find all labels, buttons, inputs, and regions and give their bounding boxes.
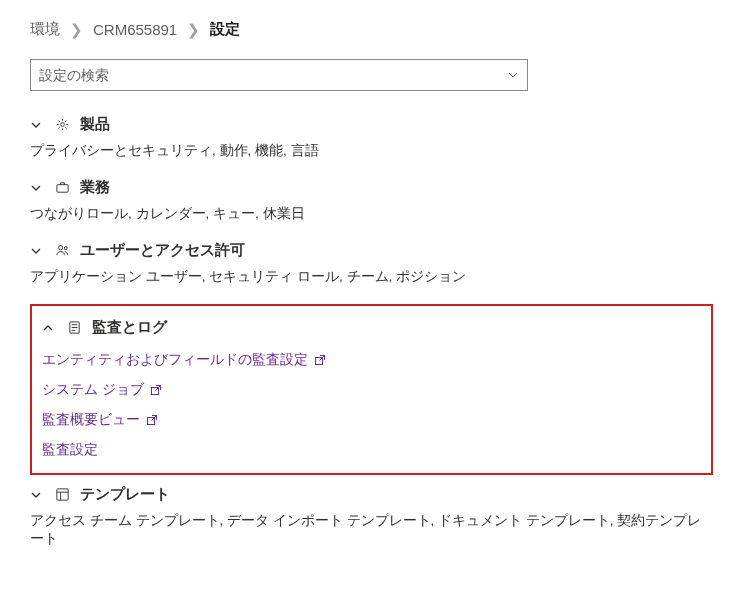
chevron-down-icon — [30, 182, 44, 194]
section-title: テンプレート — [80, 485, 170, 504]
breadcrumb-crm[interactable]: CRM655891 — [93, 21, 177, 38]
link-label[interactable]: システム ジョブ — [42, 381, 144, 399]
chevron-down-icon — [30, 245, 44, 257]
section-title: 業務 — [80, 178, 110, 197]
svg-point-0 — [60, 123, 64, 127]
section-users: ユーザーとアクセス許可 アプリケーション ユーザー, セキュリティ ロール, チ… — [30, 241, 713, 286]
breadcrumb-settings: 設定 — [210, 20, 240, 39]
clipboard-icon — [66, 320, 82, 335]
audit-link-entity-field[interactable]: エンティティおよびフィールドの監査設定 — [42, 351, 701, 369]
svg-rect-8 — [56, 489, 67, 500]
gear-icon — [54, 117, 70, 132]
section-title: 製品 — [80, 115, 110, 134]
section-subtext: アクセス チーム テンプレート, データ インポート テンプレート, ドキュメン… — [30, 512, 713, 548]
breadcrumb: 環境 ❯ CRM655891 ❯ 設定 — [30, 20, 713, 39]
open-new-tab-icon — [150, 384, 162, 396]
chevron-down-icon — [30, 119, 44, 131]
search-box[interactable] — [30, 59, 528, 91]
chevron-down-icon[interactable] — [507, 69, 519, 81]
section-title: ユーザーとアクセス許可 — [80, 241, 245, 260]
people-icon — [54, 243, 70, 258]
breadcrumb-environment[interactable]: 環境 — [30, 20, 60, 39]
audit-link-system-jobs[interactable]: システム ジョブ — [42, 381, 701, 399]
section-business: 業務 つながりロール, カレンダー, キュー, 休業日 — [30, 178, 713, 223]
section-header-business[interactable]: 業務 — [30, 178, 713, 197]
link-label[interactable]: エンティティおよびフィールドの監査設定 — [42, 351, 308, 369]
section-header-audit[interactable]: 監査とログ — [42, 318, 701, 337]
search-input[interactable] — [39, 67, 507, 83]
section-templates: テンプレート アクセス チーム テンプレート, データ インポート テンプレート… — [30, 485, 713, 548]
section-header-product[interactable]: 製品 — [30, 115, 713, 134]
open-new-tab-icon — [314, 354, 326, 366]
chevron-up-icon — [42, 322, 56, 334]
open-new-tab-icon — [146, 414, 158, 426]
audit-link-settings[interactable]: 監査設定 — [42, 441, 701, 459]
svg-rect-1 — [56, 185, 67, 193]
svg-point-3 — [64, 247, 67, 250]
link-label[interactable]: 監査設定 — [42, 441, 98, 459]
briefcase-icon — [54, 180, 70, 195]
section-product: 製品 プライバシーとセキュリティ, 動作, 機能, 言語 — [30, 115, 713, 160]
svg-point-2 — [58, 246, 62, 250]
section-title: 監査とログ — [92, 318, 167, 337]
section-subtext: つながりロール, カレンダー, キュー, 休業日 — [30, 205, 713, 223]
link-label[interactable]: 監査概要ビュー — [42, 411, 140, 429]
chevron-right-icon: ❯ — [70, 21, 83, 39]
section-header-users[interactable]: ユーザーとアクセス許可 — [30, 241, 713, 260]
section-subtext: アプリケーション ユーザー, セキュリティ ロール, チーム, ポジション — [30, 268, 713, 286]
template-icon — [54, 487, 70, 502]
chevron-right-icon: ❯ — [187, 21, 200, 39]
section-subtext: プライバシーとセキュリティ, 動作, 機能, 言語 — [30, 142, 713, 160]
chevron-down-icon — [30, 489, 44, 501]
audit-links: エンティティおよびフィールドの監査設定 システム ジョブ 監査概要ビュー 監査設… — [42, 351, 701, 459]
section-header-templates[interactable]: テンプレート — [30, 485, 713, 504]
audit-link-summary-view[interactable]: 監査概要ビュー — [42, 411, 701, 429]
section-audit-highlighted: 監査とログ エンティティおよびフィールドの監査設定 システム ジョブ 監査概要ビ… — [30, 304, 713, 475]
